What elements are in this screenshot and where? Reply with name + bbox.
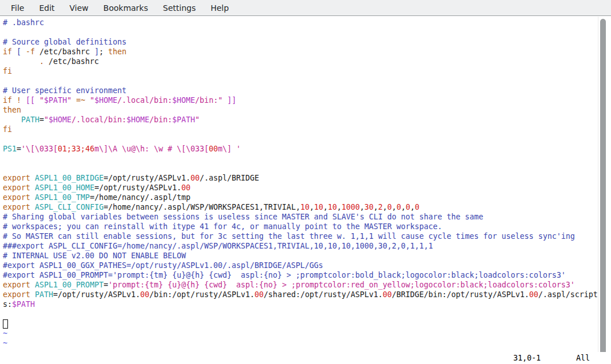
code-line[interactable] xyxy=(3,76,601,86)
code-line[interactable]: fi xyxy=(3,125,601,134)
editor-viewport[interactable]: # .bashrc# Source global definitionsif [… xyxy=(0,17,598,364)
code-line[interactable]: export ASPL1_00_TMP=/home/nancy/.aspl/tm… xyxy=(3,193,601,202)
code-token: ] xyxy=(94,47,99,56)
cursor-position: 31,0-1 xyxy=(513,354,541,362)
code-token xyxy=(30,290,35,299)
code-line[interactable]: fi xyxy=(3,66,601,76)
code-token: '\[\033[ xyxy=(21,145,58,153)
code-line[interactable]: export PATH=/opt/rusty/ASPLv1.00/bin:/op… xyxy=(3,290,601,309)
code-line[interactable]: if [ -f /etc/bashrc ]; then xyxy=(3,47,601,57)
code-line[interactable]: # User specific environment xyxy=(3,86,601,95)
code-token: 0 xyxy=(388,203,392,211)
code-line[interactable]: export ASPL_CLI_CONFIG=/home/nancy/.aspl… xyxy=(3,202,601,212)
code-token: then xyxy=(108,47,126,56)
code-token: 0 xyxy=(397,203,401,211)
code-token: ASPL1_00_BRIDGE xyxy=(35,174,103,182)
vim-cursor xyxy=(3,319,8,329)
code-line[interactable]: # So MASTER can still enable sessions, b… xyxy=(3,231,601,241)
code-token: , xyxy=(383,203,388,211)
code-token: $PATH xyxy=(12,300,35,309)
code-token: 10 xyxy=(300,203,309,211)
code-token: 10 xyxy=(328,203,337,211)
code-token: -f xyxy=(26,47,35,56)
code-token: 2 xyxy=(378,203,383,211)
code-token: 00 xyxy=(209,145,218,153)
code-token: $PATH xyxy=(172,115,195,124)
code-line[interactable]: PS1='\[\033[01;33;46m\]\A \u@\h: \w # \[… xyxy=(3,144,601,154)
menu-item-bookmarks[interactable]: Bookmarks xyxy=(96,1,155,15)
menu-item-view[interactable]: View xyxy=(62,1,96,15)
code-token: export xyxy=(3,174,30,182)
code-line[interactable]: # INTERNAL USE v2.00 DO NOT ENABLE BELOW xyxy=(3,251,601,261)
code-token: 30 xyxy=(365,203,374,211)
code-token xyxy=(35,96,39,105)
code-token: PATH xyxy=(35,290,53,299)
code-line[interactable] xyxy=(3,309,601,319)
code-token: /shared:/opt/rusty/ASPLv1. xyxy=(263,290,382,299)
code-token: export xyxy=(3,203,30,211)
code-token xyxy=(71,96,76,105)
scrollbar-thumb[interactable] xyxy=(600,19,606,361)
code-line[interactable]: # Sharing global variables between sessi… xyxy=(3,212,601,222)
code-line[interactable]: # Source global definitions xyxy=(3,37,601,47)
code-token: $HOME xyxy=(172,96,195,105)
code-line[interactable] xyxy=(3,319,601,329)
code-token: 00 xyxy=(529,290,538,299)
code-token: , xyxy=(401,203,406,211)
code-line[interactable] xyxy=(3,27,601,37)
code-token: /.local/bin: xyxy=(71,115,126,124)
code-token xyxy=(85,96,90,105)
code-line[interactable]: PATH="$HOME/.local/bin:$HOME/bin:$PATH" xyxy=(3,115,601,125)
code-line[interactable]: export ASPL1_00_HOME=/opt/rusty/ASPLv1.0… xyxy=(3,183,601,193)
code-token: =/opt/rusty/ASPLv1. xyxy=(53,290,140,299)
code-token: [ xyxy=(17,47,21,56)
scroll-indicator: All xyxy=(576,354,590,362)
code-token: m\] ' xyxy=(218,145,241,153)
menu-item-file[interactable]: File xyxy=(3,1,31,15)
code-line[interactable]: # .bashrc xyxy=(3,18,601,27)
code-token: fi xyxy=(3,67,12,75)
code-token: # workspaces; you can reinstall with ity… xyxy=(3,222,442,231)
code-line[interactable] xyxy=(3,163,601,173)
code-area[interactable]: # .bashrc# Source global definitionsif [… xyxy=(3,18,601,348)
code-line[interactable]: #export ASPL1_00_GGX_PATHES=/opt/rusty/A… xyxy=(3,261,601,270)
code-line[interactable]: then xyxy=(3,105,601,115)
code-token: 00 xyxy=(181,183,190,192)
code-token: . xyxy=(39,57,44,66)
code-token: export xyxy=(3,183,30,192)
code-token: =/home/nancy/.aspl/WSP/WORKSPACES1,TRIVI… xyxy=(103,203,300,211)
code-token: /bin:" xyxy=(195,96,222,105)
code-line[interactable]: # workspaces; you can reinstall with ity… xyxy=(3,222,601,231)
code-token: /bin: xyxy=(149,115,172,124)
code-token xyxy=(30,174,35,182)
code-token: 1000 xyxy=(341,203,360,211)
menu-item-settings[interactable]: Settings xyxy=(155,1,203,15)
code-token xyxy=(3,115,21,124)
code-token: # Sharing global variables between sessi… xyxy=(3,213,484,221)
code-token: ASPL_CLI_CONFIG xyxy=(35,203,103,211)
code-line[interactable] xyxy=(3,154,601,163)
code-token: if xyxy=(3,96,12,105)
code-token: =~ xyxy=(76,96,85,105)
code-line[interactable]: export ASPL1_00_PROMPT='prompt:{tm} {u}@… xyxy=(3,280,601,290)
code-token xyxy=(21,96,26,105)
code-token: /.aspl/BRIDGE xyxy=(199,174,259,182)
scrollbar[interactable] xyxy=(598,17,611,364)
code-token: # So MASTER can still enable sessions, b… xyxy=(3,232,575,241)
menu-item-edit[interactable]: Edit xyxy=(31,1,62,15)
code-token: 00 xyxy=(254,290,263,299)
code-token: ! xyxy=(17,96,21,105)
code-token xyxy=(30,281,35,289)
code-token: , xyxy=(360,203,365,211)
code-line[interactable]: . /etc/bashrc xyxy=(3,57,601,66)
code-line[interactable]: export ASPL1_00_BRIDGE=/opt/rusty/ASPLv1… xyxy=(3,173,601,183)
code-line[interactable]: #export ASPL1_00_PROMPT='prompt:{tm} {u}… xyxy=(3,270,601,280)
code-line[interactable]: ###export ASPL_CLI_CONFIG=/home/nancy/.a… xyxy=(3,241,601,251)
code-token: 00 xyxy=(140,290,149,299)
code-line[interactable] xyxy=(3,134,601,144)
code-token: m\]\A \u@\h: \w # \[\033[ xyxy=(94,145,209,153)
menu-item-help[interactable]: Help xyxy=(203,1,236,15)
code-token: # .bashrc xyxy=(3,18,44,27)
code-token: =/opt/rusty/ASPLv1. xyxy=(103,174,190,182)
code-line[interactable]: if ! [[ "$PATH" =~ "$HOME/.local/bin:$HO… xyxy=(3,95,601,105)
